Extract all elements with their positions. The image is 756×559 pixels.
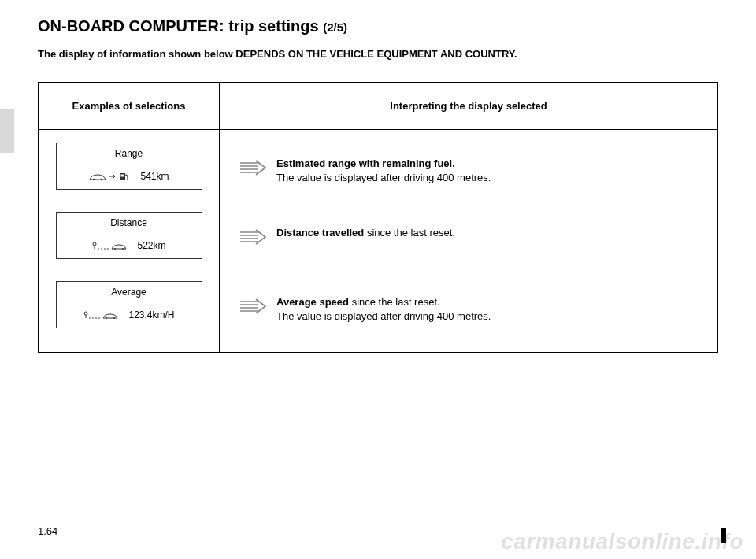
trip-settings-table: Examples of selections Interpreting the … (38, 82, 718, 353)
svg-point-0 (93, 179, 94, 180)
examples-cell: Range (39, 130, 220, 353)
desc-inline: since the last reset. (349, 296, 440, 308)
svg-point-17 (113, 317, 115, 319)
page-title: ON-BOARD COMPUTER: trip settings (2/5) (38, 17, 718, 35)
side-tab (0, 109, 14, 153)
display-label: Distance (57, 217, 202, 228)
svg-point-15 (99, 317, 101, 319)
equipment-note: The display of information shown below D… (38, 48, 718, 60)
svg-point-14 (96, 317, 98, 319)
title-main: ON-BOARD COMPUTER: trip settings (38, 17, 323, 35)
page-number: 1.64 (38, 525, 57, 537)
display-average: Average (56, 281, 202, 328)
svg-rect-3 (121, 175, 124, 177)
svg-point-4 (93, 242, 96, 246)
interpretation-row: Average speed since the last reset. The … (229, 281, 708, 336)
title-page-indicator: (2/5) (323, 20, 347, 34)
display-label: Range (57, 148, 202, 159)
watermark: carmanualsonline.info (501, 529, 743, 554)
pin-dots-car-icon (83, 309, 120, 321)
interpretation-row: Distance travelled since the last reset. (229, 212, 708, 281)
svg-point-9 (114, 248, 116, 250)
interpretation-text: Estimated range with remaining fuel. The… (276, 157, 699, 184)
svg-point-11 (84, 312, 87, 315)
arrow-icon (229, 295, 276, 316)
svg-point-5 (98, 248, 100, 250)
desc-inline: since the last reset. (364, 227, 455, 239)
svg-point-1 (101, 179, 102, 180)
interpretation-cell: Estimated range with remaining fuel. The… (220, 130, 718, 353)
svg-point-10 (122, 248, 124, 250)
svg-point-12 (90, 317, 91, 319)
pin-dots-car-icon (91, 239, 129, 252)
svg-point-13 (93, 317, 94, 319)
desc-plain: The value is displayed after driving 400… (276, 171, 699, 185)
interpretation-row: Estimated range with remaining fuel. The… (229, 143, 708, 212)
arrow-icon (229, 157, 276, 177)
desc-bold: Average speed (276, 296, 349, 308)
display-distance: Distance (56, 212, 202, 259)
header-examples: Examples of selections (39, 83, 220, 130)
display-range: Range (56, 143, 202, 190)
desc-plain: The value is displayed after driving 400… (276, 309, 699, 324)
display-label: Average (57, 287, 202, 298)
interpretation-text: Average speed since the last reset. The … (276, 295, 699, 323)
svg-point-16 (106, 317, 107, 319)
display-value: 123.4km/H (128, 309, 174, 320)
display-value: 522km (137, 240, 165, 251)
arrow-icon (229, 226, 276, 246)
header-interpretation: Interpreting the display selected (220, 83, 718, 130)
svg-point-6 (102, 248, 103, 250)
desc-bold: Estimated range with remaining fuel. (276, 157, 455, 169)
svg-point-8 (108, 248, 109, 250)
manual-page: ON-BOARD COMPUTER: trip settings (2/5) T… (0, 0, 756, 559)
car-to-pump-icon (88, 170, 132, 183)
display-value: 541km (140, 171, 169, 182)
interpretation-text: Distance travelled since the last reset. (276, 226, 699, 240)
desc-bold: Distance travelled (276, 227, 364, 239)
svg-point-7 (105, 248, 106, 250)
